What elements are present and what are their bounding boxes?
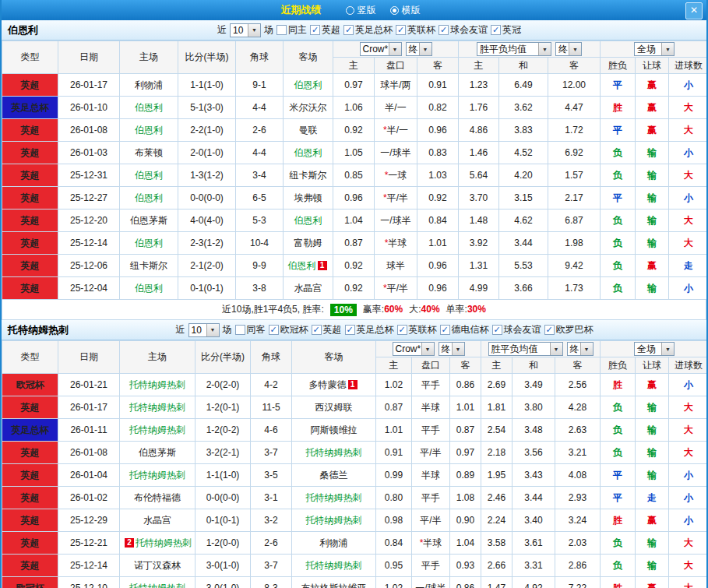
- euro-final-select[interactable]: 终▼: [555, 42, 582, 56]
- match-row: 英超25-12-20伯恩茅斯4-0(4-0)5-3伯恩利1.04一/球半0.84…: [2, 209, 708, 232]
- match-row: 英超26-01-17托特纳姆热刺1-2(0-1)11-5西汉姆联0.87半球1.…: [2, 396, 708, 419]
- euro-away-odds: 4.47: [548, 97, 601, 119]
- league-filter[interactable]: ✓德电信杯: [440, 323, 489, 336]
- home-team-name: 诺丁汉森林: [134, 560, 181, 571]
- match-count-select[interactable]: 10▼: [188, 323, 220, 337]
- league-checkbox[interactable]: ✓: [397, 325, 407, 335]
- league-checkbox[interactable]: ✓: [439, 25, 449, 35]
- league-filter[interactable]: ✓英足总杯: [345, 323, 394, 336]
- score-cell: 0-1(0-1): [178, 277, 236, 300]
- result-wdl: 胜: [601, 97, 636, 119]
- league-checkbox[interactable]: ✓: [269, 325, 279, 335]
- odds-company-select[interactable]: Crow*▼: [360, 42, 402, 56]
- away-team-name: 西汉姆联: [315, 402, 353, 413]
- home-team-name: 托特纳姆热刺: [129, 402, 185, 413]
- league-checkbox[interactable]: ✓: [343, 25, 354, 35]
- euro-home-odds: 2.69: [481, 374, 513, 396]
- same-venue-checkbox[interactable]: [235, 325, 245, 335]
- league-filter[interactable]: ✓球会友谊: [492, 323, 541, 336]
- league-type-cell: 英超: [2, 464, 58, 487]
- layout-radio-vertical[interactable]: 竖版: [346, 4, 376, 17]
- same-venue-filter[interactable]: 同客: [235, 323, 266, 336]
- scope-select[interactable]: 全场▼: [634, 42, 675, 56]
- asian-home-odds: 0.92: [333, 277, 375, 300]
- odds-company-select[interactable]: Crow*▼: [393, 342, 435, 356]
- handicap-line: 球半: [375, 255, 417, 277]
- asian-away-odds: 1.01: [417, 232, 459, 255]
- asian-final-select-value: 终: [442, 343, 451, 356]
- match-date: 26-01-04: [58, 464, 120, 487]
- match-count-select[interactable]: 10▼: [230, 23, 261, 37]
- asian-final-select[interactable]: 终▼: [406, 42, 432, 56]
- handicap-star: *: [385, 238, 389, 248]
- select-group: 胜平负均值▼终▼: [459, 42, 600, 56]
- score-cell: 2-2(1-0): [178, 119, 236, 142]
- asian-home-odds: 0.96: [333, 187, 375, 209]
- euro-away-odds: 6.87: [548, 209, 601, 232]
- league-checkbox[interactable]: ✓: [310, 25, 320, 35]
- euro-home-odds: 2.66: [481, 555, 513, 577]
- league-filter[interactable]: ✓英足总杯: [343, 23, 393, 37]
- match-row: 欧冠杯25-12-10托特纳姆热刺3-0(1-0)8-3布拉格斯拉维亚1.02一…: [2, 577, 708, 588]
- win-rate-badge: 10%: [330, 304, 357, 316]
- col-ah-line-header: 盘口: [412, 357, 450, 374]
- asian-final-select[interactable]: 终▼: [439, 342, 465, 356]
- handicap-line: 半/一: [375, 97, 417, 119]
- asian-away-odds: 0.96: [417, 277, 459, 300]
- euro-final-select[interactable]: 终▼: [567, 342, 594, 356]
- home-team-cell: 纽卡斯尔: [120, 255, 178, 277]
- layout-radio-horizontal[interactable]: 横版: [390, 4, 421, 17]
- score-cell: 2-0(2-0): [195, 374, 251, 396]
- league-checkbox[interactable]: ✓: [440, 325, 450, 335]
- league-checkbox[interactable]: ✓: [312, 325, 322, 335]
- match-row: 英足总杯26-01-10伯恩利5-1(3-0)4-4米尔沃尔1.06半/一0.8…: [2, 97, 708, 119]
- away-team-name: 伯恩利: [294, 147, 322, 158]
- euro-avg-select[interactable]: 胜平负均值▼: [488, 342, 563, 356]
- same-venue-checkbox[interactable]: [277, 25, 287, 35]
- titlebar: 近期战绩 竖版 横版 ✕: [2, 0, 706, 20]
- result-handicap: 输: [636, 464, 669, 487]
- scope-select[interactable]: 全场▼: [634, 342, 675, 356]
- chevron-down-icon: ▼: [389, 43, 401, 55]
- league-checkbox[interactable]: ✓: [491, 25, 501, 35]
- asian-home-odds: 1.02: [376, 577, 412, 588]
- match-row: 英超25-12-06纽卡斯尔2-1(2-0)9-9伯恩利10.92球半0.961…: [2, 255, 708, 277]
- league-filter[interactable]: ✓英联杯: [397, 323, 437, 336]
- league-filter[interactable]: ✓欧冠杯: [269, 323, 308, 336]
- euro-odds-header: 胜平负均值▼终▼: [459, 41, 601, 58]
- same-venue-filter[interactable]: 同主: [277, 23, 307, 37]
- euro-away-odds: 7.22: [555, 577, 601, 588]
- league-checkbox[interactable]: ✓: [544, 325, 555, 335]
- league-checkbox[interactable]: ✓: [492, 325, 502, 335]
- col-res-let-header: 让球: [636, 58, 669, 74]
- chevron-down-icon: ▼: [661, 343, 674, 355]
- euro-avg-select[interactable]: 胜平负均值▼: [477, 42, 551, 56]
- corner-cell: 9-9: [236, 255, 284, 277]
- league-filter[interactable]: ✓球会友谊: [439, 23, 488, 37]
- league-checkbox[interactable]: ✓: [345, 325, 355, 335]
- euro-away-odds: 2.03: [555, 532, 601, 555]
- select-group: 全场▼: [601, 42, 708, 56]
- league-type-cell: 英超: [2, 209, 58, 232]
- handicap-line: 半球: [412, 396, 450, 419]
- home-team-cell: 诺丁汉森林: [120, 555, 195, 577]
- games-label: 场: [223, 323, 232, 336]
- league-checkbox[interactable]: ✓: [396, 25, 406, 35]
- score-cell: 3-0(1-0): [195, 555, 251, 577]
- score-cell: 4-0(4-0): [178, 209, 236, 232]
- odds-company-select-value: Crow*: [363, 44, 389, 55]
- home-team-cell: 伯恩利: [120, 277, 178, 300]
- result-handicap: 输: [636, 277, 669, 300]
- league-filter[interactable]: ✓英联杯: [396, 23, 435, 37]
- result-goals: 小: [669, 142, 708, 164]
- euro-away-odds: 2.56: [555, 374, 601, 396]
- close-button[interactable]: ✕: [685, 2, 703, 19]
- league-filter[interactable]: ✓英超: [310, 23, 340, 37]
- league-filter[interactable]: ✓英超: [312, 323, 342, 336]
- league-filter[interactable]: ✓英冠: [491, 23, 521, 37]
- league-filter[interactable]: ✓欧罗巴杯: [544, 323, 594, 336]
- league-label: 英超: [323, 323, 342, 336]
- home-team-cell: 托特纳姆热刺: [120, 419, 195, 442]
- asian-home-odds: 0.99: [376, 464, 412, 487]
- league-type-cell: 英超: [2, 555, 58, 577]
